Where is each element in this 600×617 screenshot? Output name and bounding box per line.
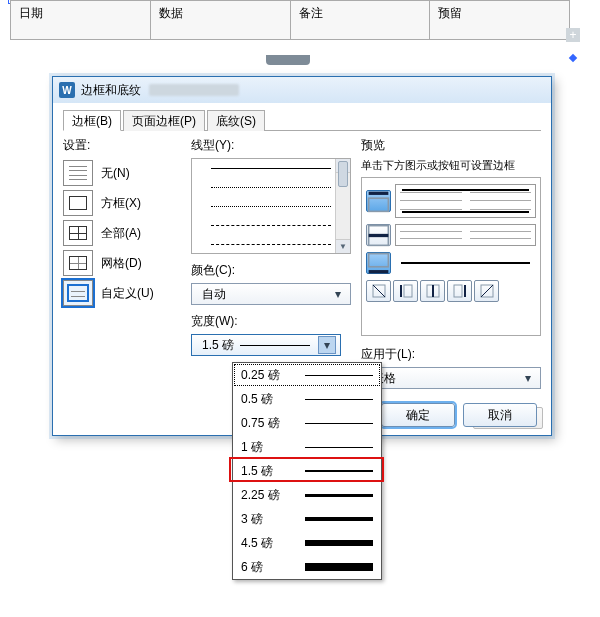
width-option-line bbox=[305, 540, 373, 546]
width-preview-line bbox=[240, 345, 310, 346]
tab-page-border[interactable]: 页面边框(P) bbox=[123, 110, 205, 131]
width-option[interactable]: 3 磅 bbox=[233, 507, 381, 531]
width-option[interactable]: 1 磅 bbox=[233, 435, 381, 459]
setting-all[interactable]: 全部(A) bbox=[63, 218, 181, 248]
setting-none-label: 无(N) bbox=[101, 165, 130, 182]
settings-label: 设置: bbox=[63, 137, 181, 154]
svg-rect-5 bbox=[369, 270, 389, 273]
width-option-line bbox=[305, 494, 373, 497]
border-right-button[interactable] bbox=[447, 280, 472, 302]
width-option-line bbox=[305, 423, 373, 424]
width-option-label: 6 磅 bbox=[241, 559, 297, 576]
svg-rect-1 bbox=[369, 198, 389, 211]
linestyle-list[interactable]: ▲ ▼ bbox=[191, 158, 351, 254]
svg-line-15 bbox=[481, 285, 493, 297]
width-option-line bbox=[305, 517, 373, 521]
svg-rect-12 bbox=[464, 285, 466, 297]
cancel-button[interactable]: 取消 bbox=[463, 403, 537, 427]
scroll-thumb[interactable] bbox=[338, 161, 348, 187]
svg-rect-13 bbox=[454, 285, 462, 297]
width-value: 1.5 磅 bbox=[202, 337, 234, 354]
table-tab-widget[interactable] bbox=[266, 55, 310, 65]
table-header: 数据 bbox=[151, 1, 291, 39]
table-resize-handle[interactable]: + bbox=[566, 28, 580, 42]
setting-custom[interactable]: 自定义(U) bbox=[63, 278, 181, 308]
setting-grid[interactable]: 网格(D) bbox=[63, 248, 181, 278]
preview-hint: 单击下方图示或按钮可设置边框 bbox=[361, 158, 541, 173]
color-combo[interactable]: 自动 ▾ bbox=[191, 283, 351, 305]
preview-label: 预览 bbox=[361, 137, 541, 154]
width-option[interactable]: 0.25 磅 bbox=[233, 363, 381, 387]
width-option-label: 1 磅 bbox=[241, 439, 297, 456]
width-option-line bbox=[305, 399, 373, 400]
width-option-line bbox=[305, 375, 373, 376]
border-bottom-button[interactable] bbox=[366, 252, 391, 274]
width-option-label: 0.25 磅 bbox=[241, 367, 297, 384]
chevron-down-icon: ▾ bbox=[318, 336, 336, 354]
table-header: 日期 bbox=[11, 1, 151, 39]
width-dropdown[interactable]: 0.25 磅0.5 磅0.75 磅1 磅1.5 磅2.25 磅3 磅4.5 磅6… bbox=[232, 362, 382, 580]
width-option-line bbox=[305, 563, 373, 571]
width-option[interactable]: 4.5 磅 bbox=[233, 531, 381, 555]
scroll-down-icon[interactable]: ▼ bbox=[336, 239, 350, 253]
svg-rect-0 bbox=[369, 191, 389, 194]
color-label: 颜色(C): bbox=[191, 262, 351, 279]
border-hmid-button[interactable] bbox=[366, 224, 391, 246]
border-left-button[interactable] bbox=[393, 280, 418, 302]
preview-sample-top[interactable] bbox=[395, 184, 536, 218]
border-vmid-button[interactable] bbox=[420, 280, 445, 302]
setting-grid-label: 网格(D) bbox=[101, 255, 142, 272]
width-option-line bbox=[305, 470, 373, 472]
dialog-title: 边框和底纹 bbox=[81, 82, 141, 99]
width-option[interactable]: 2.25 磅 bbox=[233, 483, 381, 507]
width-label: 宽度(W): bbox=[191, 313, 351, 330]
setting-custom-label: 自定义(U) bbox=[101, 285, 154, 302]
linestyle-label: 线型(Y): bbox=[191, 137, 351, 154]
ok-button[interactable]: 确定 bbox=[381, 403, 455, 427]
width-option-label: 1.5 磅 bbox=[241, 463, 297, 480]
width-option-label: 2.25 磅 bbox=[241, 487, 297, 504]
width-option-line bbox=[305, 447, 373, 448]
svg-rect-8 bbox=[400, 285, 402, 297]
width-option-label: 3 磅 bbox=[241, 511, 297, 528]
apply-combo[interactable]: 表格 ▾ bbox=[361, 367, 541, 389]
width-option[interactable]: 0.75 磅 bbox=[233, 411, 381, 435]
blurred-text bbox=[149, 84, 239, 96]
table-anchor bbox=[569, 54, 577, 62]
setting-none[interactable]: 无(N) bbox=[63, 158, 181, 188]
chevron-down-icon: ▾ bbox=[330, 286, 346, 302]
setting-box[interactable]: 方框(X) bbox=[63, 188, 181, 218]
table-header: 预留 bbox=[430, 1, 569, 39]
tab-strip: 边框(B) 页面边框(P) 底纹(S) bbox=[63, 109, 541, 131]
tab-border[interactable]: 边框(B) bbox=[63, 110, 121, 131]
color-value: 自动 bbox=[202, 286, 226, 303]
preview-sample-mid[interactable] bbox=[395, 224, 536, 246]
preview-panel bbox=[361, 177, 541, 336]
width-combo[interactable]: 1.5 磅 ▾ bbox=[191, 334, 341, 356]
app-icon: W bbox=[59, 82, 75, 98]
linestyle-scrollbar[interactable]: ▲ ▼ bbox=[335, 159, 350, 253]
setting-all-label: 全部(A) bbox=[101, 225, 141, 242]
preview-sample-bottom[interactable] bbox=[395, 254, 536, 272]
apply-label: 应用于(L): bbox=[361, 346, 541, 363]
svg-rect-4 bbox=[369, 253, 389, 266]
svg-rect-9 bbox=[404, 285, 412, 297]
diag-down-button[interactable] bbox=[366, 280, 391, 302]
setting-box-label: 方框(X) bbox=[101, 195, 141, 212]
width-option[interactable]: 6 磅 bbox=[233, 555, 381, 579]
titlebar[interactable]: W 边框和底纹 bbox=[53, 77, 551, 103]
width-option[interactable]: 0.5 磅 bbox=[233, 387, 381, 411]
tab-shading[interactable]: 底纹(S) bbox=[207, 110, 265, 131]
width-option-label: 4.5 磅 bbox=[241, 535, 297, 552]
chevron-down-icon: ▾ bbox=[520, 370, 536, 386]
width-option-label: 0.75 磅 bbox=[241, 415, 297, 432]
svg-line-7 bbox=[373, 285, 385, 297]
table-header: 备注 bbox=[291, 1, 431, 39]
width-option-label: 0.5 磅 bbox=[241, 391, 297, 408]
border-top-button[interactable] bbox=[366, 190, 391, 212]
background-table: 日期 数据 备注 预留 bbox=[10, 0, 570, 40]
width-option[interactable]: 1.5 磅 bbox=[233, 459, 381, 483]
diag-up-button[interactable] bbox=[474, 280, 499, 302]
